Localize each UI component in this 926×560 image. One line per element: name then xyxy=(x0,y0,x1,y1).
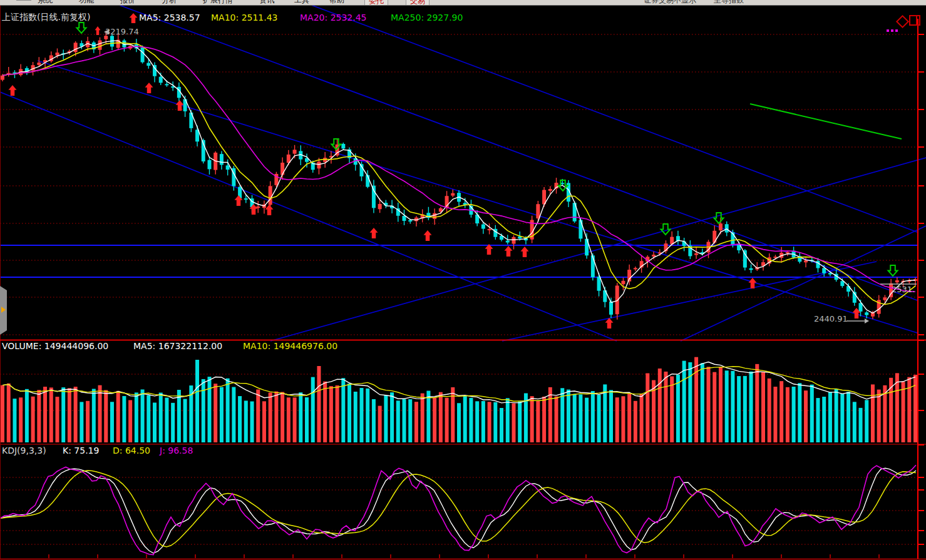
menu-right-item-0: 证券交易不显示 xyxy=(644,0,696,6)
volume-ma5-label: MA5: 167322112.00 xyxy=(133,342,222,351)
menu-item-6[interactable]: 工具 xyxy=(294,0,309,6)
trading-app-window: 系统功能报价分析扩展行情资讯工具帮助委托交易证券交易不显示至尊指数 上证指数(日… xyxy=(0,0,926,560)
menu-right-item-1: 至尊指数 xyxy=(714,0,744,6)
volume-value-label: VOLUME: 149444096.00 xyxy=(2,342,108,351)
last-price-label: 2531. xyxy=(892,285,915,294)
menu-item-1[interactable]: 功能 xyxy=(79,0,94,6)
kdj-j-value: J: 96.58 xyxy=(160,446,193,456)
kdj-indicator-label: KDJ(9,3,3) xyxy=(2,446,46,456)
menu-button-0[interactable]: 委托 xyxy=(364,0,388,6)
low-price-label: 2440.91 xyxy=(814,315,848,323)
menu-item-7[interactable]: 帮助 xyxy=(329,0,344,6)
kdj-k-value: K: 75.19 xyxy=(63,446,99,456)
chart-canvas[interactable] xyxy=(0,0,926,560)
menu-button-1[interactable]: 交易 xyxy=(406,0,430,6)
sidebar-arrow-icon xyxy=(1,307,6,313)
volume-ma10-label: MA10: 149446976.00 xyxy=(243,342,337,351)
chart-title: 上证指数(日线.前复权) xyxy=(2,13,90,22)
ma10-value-label: MA10: 2511.43 xyxy=(211,13,278,23)
menu-item-0[interactable]: 系统 xyxy=(38,0,53,6)
menu-item-4[interactable]: 扩展行情 xyxy=(203,0,233,6)
sidebar-expand-handle[interactable] xyxy=(0,286,7,335)
ma5-value-label: MA5: 2538.57 xyxy=(139,13,200,23)
ma20-value-label: MA20: 2532.45 xyxy=(300,13,367,23)
app-icon[interactable] xyxy=(16,0,31,1)
menu-bar[interactable]: 系统功能报价分析扩展行情资讯工具帮助委托交易证券交易不显示至尊指数 xyxy=(0,0,926,6)
menu-item-3[interactable]: 分析 xyxy=(162,0,177,6)
kdj-d-value: D: 64.50 xyxy=(113,446,150,456)
ma250-value-label: MA250: 2927.90 xyxy=(391,13,463,23)
high-price-label: 3219.74 xyxy=(105,28,139,36)
menu-item-5[interactable]: 资讯 xyxy=(259,0,274,6)
ellipsis-icon[interactable] xyxy=(887,23,900,34)
window-restore-icon[interactable] xyxy=(909,15,920,26)
menu-item-2[interactable]: 报价 xyxy=(120,0,135,6)
